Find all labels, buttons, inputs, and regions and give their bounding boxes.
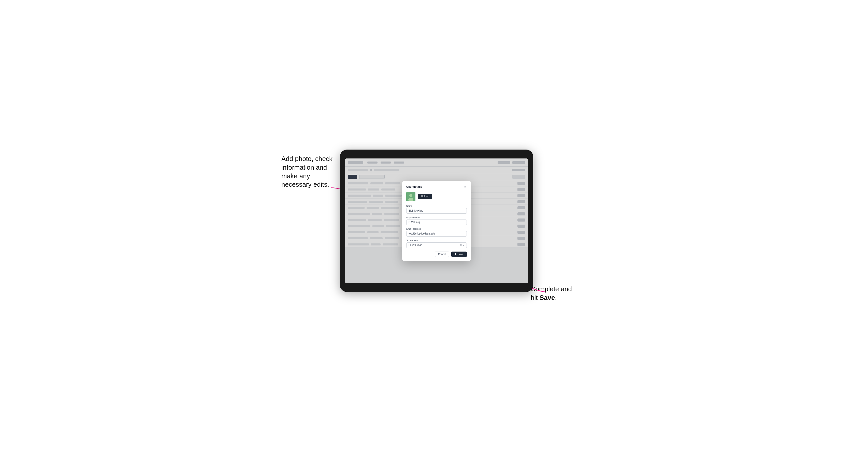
school-year-select[interactable]: Fourth Year × ⌄ [406, 242, 467, 248]
display-name-label: Display name [406, 216, 467, 219]
name-label: Name [406, 205, 467, 207]
save-label: Save [458, 253, 464, 256]
cancel-button[interactable]: Cancel [435, 252, 449, 257]
email-field-group: Email address [406, 228, 467, 237]
display-name-input[interactable] [406, 219, 467, 225]
scene: Add photo, check information and make an… [281, 134, 587, 333]
school-year-select-wrapper: Fourth Year × ⌄ [406, 242, 467, 248]
modal-footer: Cancel ⬆ Save [406, 252, 467, 257]
modal-header: User details × [406, 185, 467, 188]
tablet-screen: User details × Uploa [345, 158, 528, 283]
name-input[interactable] [406, 208, 467, 214]
modal-overlay: User details × Uploa [345, 158, 528, 283]
upload-photo-button[interactable]: Upload [418, 194, 432, 199]
school-year-value: Fourth Year [409, 244, 422, 247]
name-field-group: Name [406, 205, 467, 214]
school-year-controls: × ⌄ [460, 244, 465, 247]
profile-photo [406, 192, 415, 201]
school-year-label: School Year [406, 239, 467, 242]
display-name-field-group: Display name [406, 216, 467, 225]
select-chevron-icon[interactable]: ⌄ [463, 244, 465, 246]
modal-close-button[interactable]: × [463, 185, 467, 188]
annotation-right: Complete and hit Save. [531, 285, 587, 302]
email-label: Email address [406, 228, 467, 230]
modal-title: User details [406, 185, 422, 188]
tablet-device: User details × Uploa [340, 150, 533, 292]
save-button[interactable]: ⬆ Save [451, 252, 467, 257]
save-icon: ⬆ [455, 253, 457, 255]
school-year-field-group: School Year Fourth Year × ⌄ [406, 239, 467, 248]
user-details-modal: User details × Uploa [402, 181, 471, 261]
annotation-left: Add photo, check information and make an… [281, 155, 337, 189]
profile-photo-svg [406, 192, 415, 201]
email-input[interactable] [406, 231, 467, 237]
svg-point-3 [409, 194, 412, 197]
select-clear-icon[interactable]: × [460, 244, 462, 247]
photo-row: Upload [406, 192, 467, 201]
